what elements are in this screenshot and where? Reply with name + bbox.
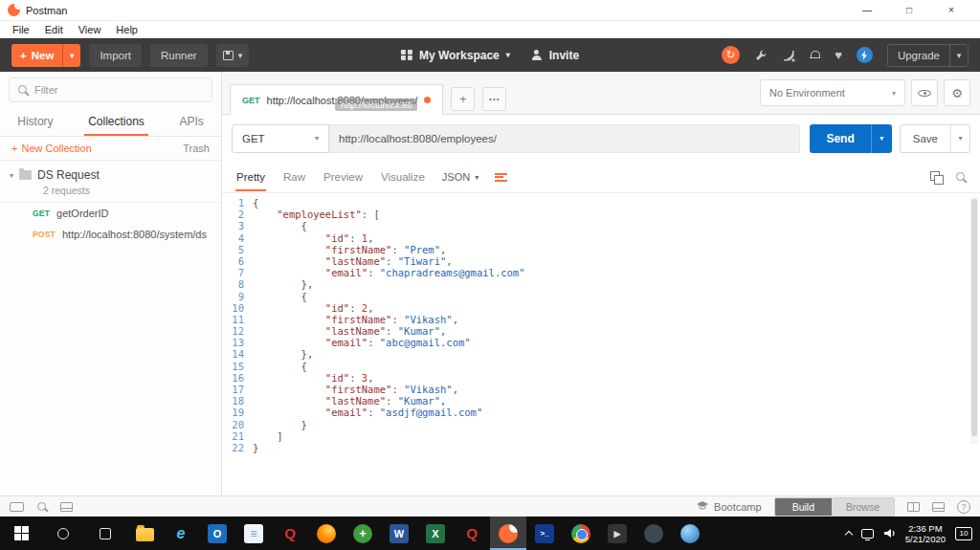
taskbar-internet-explorer-icon[interactable]: e [163,517,199,550]
taskbar-steam-icon[interactable] [635,517,672,550]
task-view-button[interactable] [84,517,126,550]
response-toolbar: Pretty Raw Preview Visualize JSON ▾ [222,162,980,193]
line-content: "lastName": "Kumar", [253,325,446,337]
search-response-icon[interactable] [955,171,967,183]
notifications-bell-icon[interactable] [810,50,820,61]
code-line: 11 "firstName": "Vikash", [222,314,980,325]
save-caret-icon[interactable]: ▾ [951,125,969,152]
settings-button[interactable]: ⚙ [944,79,970,106]
heart-icon[interactable]: ♥ [835,48,842,62]
taskbar-outlook-icon[interactable]: O [199,517,235,550]
filter-box[interactable] [9,77,212,102]
method-dropdown[interactable]: GET ▾ [232,124,329,153]
new-collection-button[interactable]: +New Collection [11,143,92,154]
minimize-button[interactable]: — [846,0,888,20]
tab-history[interactable]: History [13,108,56,136]
bolt-help-icon[interactable] [857,47,873,63]
tab-options-button[interactable]: ••• [482,87,506,111]
build-button[interactable]: Build [775,498,832,516]
shortcuts-icon[interactable] [10,502,24,512]
maximize-button[interactable]: □ [888,0,930,20]
new-caret-icon[interactable]: ▾ [63,51,80,60]
response-body-lines: 1{2 "employeeList": [3 {4 "id": 1,5 "fir… [222,197,980,453]
wrap-lines-icon[interactable] [495,173,507,182]
help-icon[interactable]: ? [957,500,970,514]
menu-view[interactable]: View [72,24,108,35]
taskbar-red-q-app-icon[interactable]: Q [272,517,308,550]
taskbar-powershell-icon[interactable]: >_ [526,517,563,550]
open-new-button[interactable]: ▾ [216,44,250,67]
menu-edit[interactable]: Edit [38,24,70,35]
speaker-icon[interactable] [883,528,896,539]
network-icon[interactable] [861,529,874,539]
code-line: 18 "lastName": "Kumar", [222,395,980,407]
sync-status-icon[interactable]: ↻ [722,46,740,64]
tab-apis[interactable]: APIs [175,108,207,136]
request-list-item[interactable]: POST http://localhost:8080/system/ds [0,224,221,245]
tray-chevron-up-icon[interactable] [844,531,852,539]
view-tab-preview[interactable]: Preview [323,163,364,191]
upgrade-button[interactable]: Upgrade ▾ [887,44,969,67]
file-explorer-glyph [136,528,154,541]
taskbar-green-app-icon[interactable]: + [345,517,381,550]
save-button[interactable]: Save ▾ [900,124,970,153]
taskbar-postman-icon[interactable] [490,517,526,550]
powershell-glyph: >_ [535,524,554,543]
invite-label: Invite [549,49,579,62]
browse-button[interactable]: Browse [832,498,894,516]
new-button[interactable]: +New ▾ [11,44,80,67]
line-content: } [253,442,258,453]
runner-button[interactable]: Runner [150,44,208,67]
view-tab-pretty[interactable]: Pretty [235,163,266,191]
chevron-down-icon[interactable]: ▾ [10,171,13,180]
taskbar-file-explorer-icon[interactable] [126,517,163,550]
scrollbar[interactable] [970,197,978,444]
taskbar-red-q-app-2-icon[interactable]: Q [454,517,490,550]
taskbar-word-icon[interactable]: W [381,517,417,550]
taskbar-clock[interactable]: 2:36 PM 5/21/2020 [905,523,946,544]
wrench-icon[interactable] [754,49,768,62]
format-dropdown[interactable]: JSON ▾ [442,171,479,183]
new-tab-button[interactable]: + [451,87,475,111]
close-button[interactable]: × [930,0,972,20]
upgrade-caret-icon[interactable]: ▾ [950,51,968,60]
environment-selector[interactable]: No Environment ▾ [760,79,905,106]
taskbar-globe-app-icon[interactable] [672,517,708,550]
notification-badge[interactable]: 10 [955,527,972,540]
taskbar-firefox-icon[interactable] [308,517,345,550]
capture-antenna-icon[interactable] [782,49,795,62]
send-caret-icon[interactable]: ▾ [872,124,892,153]
trash-button[interactable]: Trash [183,143,210,154]
start-button[interactable] [0,517,42,550]
collection-item[interactable]: ▾ DS Request 2 requests [0,161,221,203]
view-tab-raw[interactable]: Raw [282,163,306,191]
import-button[interactable]: Import [89,44,142,67]
console-icon[interactable] [60,502,73,512]
taskbar-excel-icon[interactable]: X [417,517,454,550]
line-number: 20 [222,419,253,430]
menu-file[interactable]: File [6,24,36,35]
view-tab-visualize[interactable]: Visualize [380,163,426,191]
new-button-label: New [32,50,55,61]
tab-collections[interactable]: Collections [84,108,148,136]
environment-preview-button[interactable] [911,79,938,106]
url-input[interactable] [329,124,800,153]
scrollbar-thumb[interactable] [971,199,977,436]
invite-button[interactable]: Invite [531,49,579,62]
taskbar-media-app-icon[interactable]: ▶ [599,517,635,550]
find-icon[interactable] [36,501,48,513]
filter-input[interactable] [34,84,204,96]
collection-name: DS Request [37,168,100,182]
bootcamp-button[interactable]: Bootcamp [697,501,762,513]
console-drawer-icon[interactable] [932,502,945,512]
workspace-selector[interactable]: My Workspace ▾ [401,49,510,62]
cortana-search-button[interactable] [42,517,84,550]
taskbar-notepad-icon[interactable]: ≡ [235,517,272,550]
taskbar-chrome-icon[interactable] [563,517,599,550]
send-button[interactable]: Send ▾ [810,124,891,153]
menu-help[interactable]: Help [109,24,145,35]
copy-icon[interactable] [930,171,942,183]
line-number: 2 [222,209,253,220]
two-pane-icon[interactable] [907,502,920,512]
request-list-item[interactable]: GET getOrderID [0,203,221,224]
